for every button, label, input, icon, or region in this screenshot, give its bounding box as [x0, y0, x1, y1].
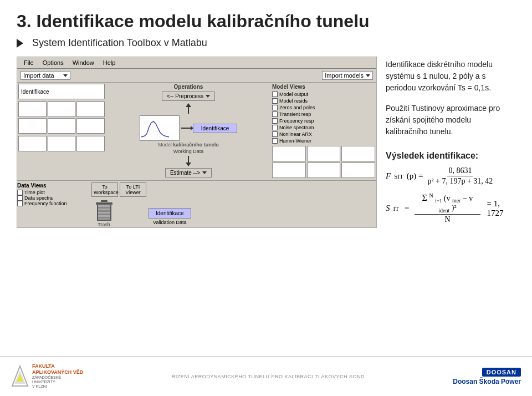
to-ltiviewer-button[interactable]: To LTI Viewer — [120, 182, 146, 197]
fav-line1: FAKULTA — [32, 363, 83, 369]
model-resids-checkbox[interactable] — [272, 98, 278, 104]
main-content: 3. Identifikace modelu kalibračního tune… — [0, 0, 532, 233]
toolbox-toolbar: Import data Import models — [17, 69, 376, 83]
transient-label: Transient resp — [279, 111, 311, 117]
menu-window[interactable]: Window — [68, 58, 99, 67]
left-box-6 — [76, 118, 105, 134]
formula2-eq: = — [405, 204, 409, 213]
fav-text: FAKULTA APLIKOVANÝCH VĚD ZÁPADOČESKÉ UNI… — [32, 363, 83, 389]
data-spectra-checkbox[interactable] — [17, 195, 23, 201]
to-buttons-row: To Workspace To LTI Viewer — [91, 182, 146, 197]
identifikace-button[interactable]: Identifikace — [193, 124, 237, 133]
import-data-dropdown[interactable]: Import data — [21, 71, 70, 80]
validation-label: Validation Data — [153, 220, 186, 225]
noise-spectrum-row: Noise spectrum — [272, 125, 375, 130]
menu-file[interactable]: File — [19, 58, 38, 67]
fav-emblem: FAKULTA APLIKOVANÝCH VĚD ZÁPADOČESKÉ UNI… — [11, 363, 83, 389]
estimate-label: Estimate --> — [170, 170, 200, 176]
import-models-dropdown[interactable]: Import models — [322, 71, 373, 80]
formula2-fraction: Σ N i=1 (v mer − v ident )² N — [415, 192, 480, 224]
zeros-poles-checkbox[interactable] — [272, 105, 278, 110]
model-output-row: Model output — [272, 92, 375, 97]
identifikace-left-label: Identifikace — [21, 89, 49, 95]
fav-line3: ZÁPADOČESKÉ — [32, 375, 83, 380]
estimate-arrow-icon — [202, 171, 207, 174]
menu-help[interactable]: Help — [99, 58, 120, 67]
formula2-body-text: (v — [444, 194, 451, 202]
desc-line1: Identifikace diskrétního modelu — [386, 60, 493, 69]
arrow-right-icon — [17, 39, 23, 48]
import-data-label: Import data — [23, 72, 54, 79]
trash-body-icon — [97, 205, 111, 221]
footer-center-text: ŘÍZENÍ AERODYNAMICKÉHO TUNELU PRO KALIBR… — [172, 374, 365, 379]
import-data-arrow-icon — [63, 74, 68, 77]
down-arrow-line — [188, 156, 189, 163]
hamm-wiener-label: Hamm-Wiener — [279, 138, 311, 144]
fav-logo-icon — [11, 365, 29, 387]
toolbox-main-area: Identifikace — [17, 83, 376, 179]
description-block-2: Použití Tustinovy aproximace pro získání… — [386, 103, 515, 138]
zeros-poles-label: Zeros and poles — [279, 105, 315, 110]
toolbox-left-col: Identifikace — [17, 83, 106, 179]
subtitle: System Identification Toolbox v Matlabu — [17, 37, 515, 49]
identifikace-bottom-button[interactable]: Identifikace — [149, 208, 191, 219]
up-arrow-line — [188, 107, 189, 114]
preprocess-button[interactable]: <-- Preprocess — [162, 92, 215, 101]
model-name: kalibračního tunelu — [173, 142, 219, 148]
formula2-sub: IT — [393, 205, 399, 212]
nonlinear-arx-checkbox[interactable] — [272, 131, 278, 137]
formula2-sigma: Σ — [422, 193, 427, 202]
to-buttons-section: To Workspace To LTI Viewer — [91, 182, 146, 227]
formula1-f: F — [386, 171, 391, 181]
formula2-mer-sub: mer — [452, 197, 461, 204]
formula1-arg: (p) = — [407, 171, 423, 181]
page-title: 3. Identifikace modelu kalibračního tune… — [17, 11, 515, 32]
trash-area: Trash — [91, 198, 116, 227]
frequency-resp-checkbox[interactable] — [272, 118, 278, 124]
hamm-wiener-checkbox[interactable] — [272, 138, 278, 144]
model-resids-label: Model resids — [279, 98, 308, 104]
estimate-button[interactable]: Estimate --> — [165, 168, 212, 177]
frequency-fn-checkbox[interactable] — [17, 201, 23, 206]
data-views-section: Data Views Time plot Data spectra Freque… — [17, 182, 89, 227]
noise-spectrum-checkbox[interactable] — [272, 125, 278, 130]
formula2-result: = 1, 1727 — [487, 199, 515, 218]
menu-options[interactable]: Options — [38, 58, 68, 67]
formula-2-row: S IT = Σ N i=1 (v mer − v ident — [386, 192, 515, 224]
transient-checkbox[interactable] — [272, 111, 278, 117]
right-model-grid — [272, 146, 375, 178]
toolbox-bottom-section: Data Views Time plot Data spectra Freque… — [17, 180, 376, 227]
description-block-1: Identifikace diskrétního modelu systému … — [386, 59, 515, 94]
formula2-numerator: Σ N i=1 (v mer − v ident )² — [415, 192, 480, 215]
model-views-checkboxes: Model output Model resids Zeros and pole… — [272, 92, 375, 144]
right-box-2 — [307, 146, 341, 161]
model-output-checkbox[interactable] — [272, 92, 278, 97]
toolbox-center-col: Operations <-- Preprocess — [106, 83, 271, 179]
time-plot-checkbox[interactable] — [17, 190, 23, 195]
formula1-numerator: 0, 8631 — [447, 166, 473, 176]
formula2-denominator: N — [443, 215, 451, 224]
formula1-denominator: p² + 7, 197p + 31, 42 — [426, 176, 494, 186]
frequency-fn-label: Frequency function — [24, 201, 67, 206]
formula2-sum-idx: i=1 — [435, 198, 442, 204]
horizontal-arrow — [181, 128, 191, 129]
left-box-3 — [76, 101, 105, 117]
center-boxes: Identifikace — [140, 115, 237, 141]
frequency-resp-label: Frequency resp — [279, 118, 314, 124]
trash-label: Trash — [98, 222, 110, 227]
preprocess-arrow-icon — [206, 95, 210, 98]
left-box-2 — [48, 101, 76, 117]
import-models-label: Import models — [325, 72, 364, 79]
right-box-4 — [272, 163, 306, 178]
formula2-ident-sub: ident — [438, 207, 449, 214]
toolbox-right-col: Model Views Model output Model resids — [271, 83, 376, 179]
result-section: Výsledek identifikace: F SIT (p) = 0, 86… — [386, 151, 515, 224]
doosan-badge: DOOSAN — [482, 368, 521, 377]
transient-row: Transient resp — [272, 111, 375, 117]
right-panel: Identifikace diskrétního modelu systému … — [386, 57, 515, 224]
to-workspace-button[interactable]: To Workspace — [91, 182, 118, 197]
formula-block: F SIT (p) = 0, 8631 p² + 7, 197p + 31, 4… — [386, 166, 515, 224]
doosan-sub: Doosan Škoda Power — [453, 378, 521, 385]
right-box-1 — [272, 146, 306, 161]
up-arrow-icon — [186, 103, 191, 107]
